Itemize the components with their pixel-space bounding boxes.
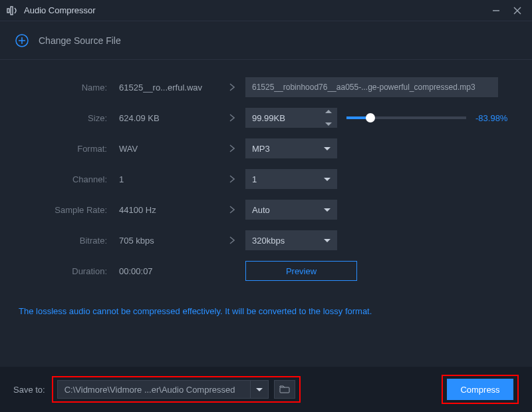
bottombar: Save to: C:\Vidmore\Vidmore ...er\Audio …: [0, 367, 532, 412]
row-name: Name: 61525__ro...erful.wav 61525__robin…: [16, 72, 516, 103]
row-bitrate: Bitrate: 705 kbps 320kbps: [16, 225, 516, 256]
chevron-down-icon: [324, 208, 331, 212]
add-icon: [15, 33, 29, 48]
row-duration: Duration: 00:00:07 Preview: [16, 256, 516, 286]
arrow-icon: [219, 236, 245, 244]
original-format: WAV: [119, 144, 219, 154]
save-path-dropdown[interactable]: [250, 380, 269, 399]
arrow-icon: [219, 175, 245, 183]
folder-icon: [279, 385, 290, 393]
svg-rect-1: [11, 7, 13, 15]
format-select[interactable]: MP3: [245, 138, 337, 158]
size-up-button[interactable]: [325, 110, 332, 113]
bitrate-select[interactable]: 320kbps: [245, 230, 337, 250]
original-sample-rate: 44100 Hz: [119, 205, 219, 215]
size-spinbox[interactable]: 99.99KB: [245, 108, 337, 128]
form-area: Name: 61525__ro...erful.wav 61525__robin…: [0, 60, 532, 286]
svg-rect-8: [280, 387, 289, 393]
preview-label: Preview: [286, 266, 317, 276]
row-sample-rate: Sample Rate: 44100 Hz Auto: [16, 194, 516, 225]
size-value: 99.99KB: [245, 113, 285, 123]
chevron-down-icon: [324, 239, 331, 242]
change-source-row[interactable]: Change Source File: [0, 21, 532, 60]
chevron-down-icon: [256, 388, 263, 391]
chevron-down-icon: [324, 178, 331, 181]
save-to-label: Save to:: [13, 385, 45, 395]
output-name-field[interactable]: 61525__robinhood76__aa055-...ge-powerful…: [245, 77, 498, 97]
size-slider[interactable]: [346, 116, 466, 119]
sample-rate-select[interactable]: Auto: [245, 200, 337, 220]
label-sample-rate: Sample Rate:: [16, 205, 119, 215]
row-size: Size: 624.09 KB 99.99KB -83.98%: [16, 103, 516, 133]
bitrate-value: 320kbps: [252, 236, 285, 246]
format-value: MP3: [252, 144, 270, 154]
original-channel: 1: [119, 174, 219, 184]
original-duration: 00:00:07: [119, 266, 219, 276]
compress-button[interactable]: Compress: [447, 379, 513, 400]
arrow-icon: [219, 83, 245, 91]
change-source-label: Change Source File: [39, 35, 121, 46]
lossy-notice: The lossless audio cannot be compressed …: [0, 286, 532, 316]
sample-rate-value: Auto: [252, 205, 270, 215]
compress-label: Compress: [460, 385, 499, 395]
titlebar: Audio Compressor: [0, 0, 532, 21]
output-name-text: 61525__robinhood76__aa055-...ge-powerful…: [252, 83, 475, 92]
svg-rect-0: [7, 9, 9, 13]
channel-select[interactable]: 1: [245, 169, 337, 189]
row-channel: Channel: 1 1: [16, 164, 516, 194]
save-path-field[interactable]: C:\Vidmore\Vidmore ...er\Audio Compresse…: [57, 380, 250, 399]
browse-folder-button[interactable]: [274, 380, 295, 399]
size-reduction-percent: -83.98%: [475, 113, 507, 123]
close-button[interactable]: [509, 3, 525, 19]
compress-highlight: Compress: [442, 375, 519, 404]
chevron-down-icon: [324, 147, 331, 150]
save-path-text: C:\Vidmore\Vidmore ...er\Audio Compresse…: [65, 385, 235, 395]
window-title: Audio Compressor: [24, 5, 483, 15]
minimize-button[interactable]: [488, 3, 504, 19]
original-bitrate: 705 kbps: [119, 236, 219, 246]
label-name: Name:: [16, 83, 119, 93]
arrow-icon: [219, 206, 245, 214]
label-size: Size:: [16, 113, 119, 123]
channel-value: 1: [252, 174, 257, 184]
original-size: 624.09 KB: [119, 113, 219, 123]
original-name: 61525__ro...erful.wav: [119, 83, 219, 93]
label-duration: Duration:: [16, 266, 119, 276]
app-icon: [7, 5, 19, 17]
row-format: Format: WAV MP3: [16, 133, 516, 164]
save-path-highlight: C:\Vidmore\Vidmore ...er\Audio Compresse…: [52, 376, 301, 403]
label-format: Format:: [16, 144, 119, 154]
label-bitrate: Bitrate:: [16, 236, 119, 246]
slider-thumb[interactable]: [366, 113, 375, 122]
arrow-icon: [219, 114, 245, 122]
preview-button[interactable]: Preview: [245, 261, 357, 281]
size-down-button[interactable]: [325, 122, 332, 126]
label-channel: Channel:: [16, 174, 119, 184]
arrow-icon: [219, 144, 245, 152]
